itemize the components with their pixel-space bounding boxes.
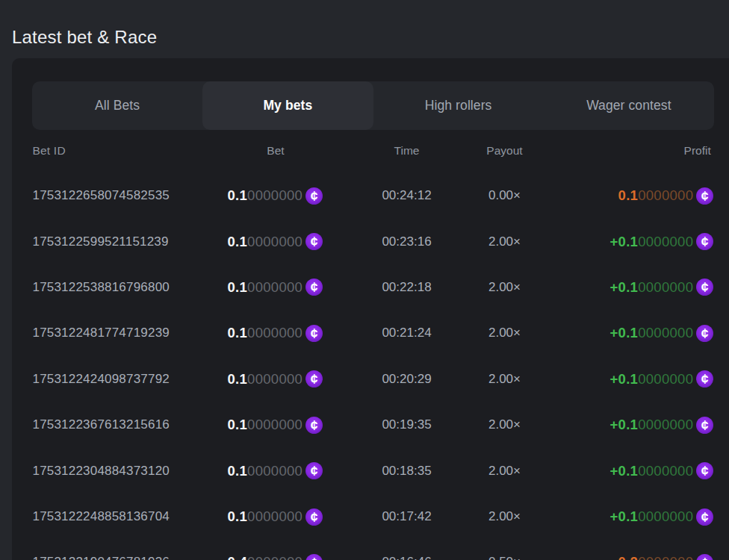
svg-text:¢: ¢ [701, 464, 708, 479]
svg-text:¢: ¢ [701, 417, 708, 432]
svg-text:¢: ¢ [310, 417, 317, 432]
svg-text:¢: ¢ [701, 509, 708, 524]
svg-text:¢: ¢ [701, 280, 708, 295]
svg-text:¢: ¢ [701, 556, 708, 560]
svg-text:¢: ¢ [701, 372, 708, 387]
svg-text:¢: ¢ [701, 234, 708, 249]
svg-text:¢: ¢ [701, 188, 708, 203]
svg-text:¢: ¢ [310, 464, 317, 479]
svg-text:¢: ¢ [310, 234, 317, 249]
svg-text:¢: ¢ [701, 326, 708, 340]
svg-text:¢: ¢ [310, 556, 317, 560]
svg-text:¢: ¢ [310, 509, 317, 524]
svg-text:¢: ¢ [310, 372, 317, 387]
svg-text:¢: ¢ [310, 188, 317, 203]
svg-text:¢: ¢ [310, 326, 317, 340]
svg-text:¢: ¢ [310, 280, 317, 295]
